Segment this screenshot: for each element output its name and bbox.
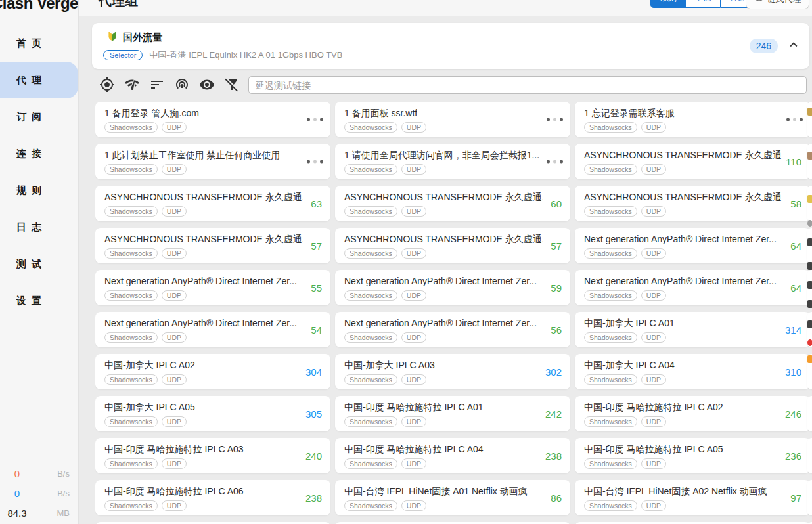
tag-udp: UDP <box>641 416 666 427</box>
proxy-card[interactable]: 中国-印度 马哈拉施特拉 IPLC A05ShadowsocksUDP236 <box>575 438 810 473</box>
clash-verge-app: { "colors": { "accent": "#1976d2", "late… <box>0 0 812 524</box>
page-header: 代理组 规则全局直连 链式代理 <box>79 0 812 16</box>
tag-udp: UDP <box>162 374 187 385</box>
group-toolbar <box>99 77 240 93</box>
proxy-detail-toggle-icon[interactable] <box>199 77 215 93</box>
filter-off-icon[interactable] <box>224 77 240 93</box>
latency-value: 86 <box>551 492 562 504</box>
sidebar-item-connections[interactable]: 连接 <box>0 135 78 172</box>
proxy-card-clipped[interactable] <box>807 144 812 179</box>
latency-value: 60 <box>551 198 562 209</box>
mode-button-global[interactable]: 全局 <box>685 0 720 8</box>
clipped-emoji-icon <box>807 108 812 116</box>
proxy-tags: ShadowsocksUDP <box>344 332 426 343</box>
proxy-card[interactable]: 1 忘记登录需联系客服ShadowsocksUDP <box>575 102 810 137</box>
mode-button-rule[interactable]: 规则 <box>650 0 685 8</box>
proxy-tags: ShadowsocksUDP <box>344 122 426 133</box>
tag-udp: UDP <box>401 458 426 469</box>
latency-value: 58 <box>790 198 801 209</box>
proxy-name: 中国-加拿大 IPLC A01 <box>584 318 675 330</box>
latency-loading-indicator <box>307 160 323 164</box>
chevron-up-icon[interactable] <box>786 37 801 55</box>
proxy-card-clipped[interactable] <box>807 480 812 515</box>
clipped-emoji-icon <box>807 281 812 289</box>
proxy-card[interactable]: 中国-加拿大 IPLC A05ShadowsocksUDP305 <box>95 396 330 431</box>
proxy-card[interactable]: ASYNCHRONOUS TRANSFERMODE 永久虚通...Shadows… <box>95 228 330 263</box>
proxy-tags: ShadowsocksUDP <box>104 248 187 259</box>
stat-value-memory: 84.3 <box>0 508 34 519</box>
proxy-card[interactable]: 1 备用登录 管人痴.comShadowsocksUDP <box>95 102 330 137</box>
proxy-card[interactable]: 中国-印度 马哈拉施特拉 IPLC A02ShadowsocksUDP246 <box>575 396 810 431</box>
proxy-card[interactable]: 中国-印度 马哈拉施特拉 IPLC A06ShadowsocksUDP238 <box>95 480 330 515</box>
stat-row-memory: 84.3MB <box>0 503 78 523</box>
latency-value: 64 <box>790 240 801 251</box>
stat-row-download: 0B/s <box>0 483 78 503</box>
tag-udp: UDP <box>641 248 666 259</box>
clipped-emoji-icon <box>807 320 812 328</box>
sidebar-item-rules[interactable]: 规则 <box>0 172 78 209</box>
proxy-card[interactable]: 中国-印度 马哈拉施特拉 IPLC A04ShadowsocksUDP238 <box>335 438 570 473</box>
proxy-group-card[interactable]: 国外流量 Selector 中国-香港 IEPL Equinix HK2 A 0… <box>92 23 809 69</box>
proxy-card[interactable]: Next generation AnyPath® Direct Internet… <box>95 270 330 305</box>
proxy-card[interactable]: 中国-台湾 IEPL HiNet固接 A01 Netflix 动画疯Shadow… <box>335 480 570 515</box>
delay-test-all-icon[interactable] <box>174 77 190 93</box>
tag-shadowsocks: Shadowsocks <box>104 206 158 217</box>
proxy-name: 中国-加拿大 IPLC A02 <box>104 360 195 372</box>
proxy-card[interactable]: Next generation AnyPath® Direct Internet… <box>335 270 570 305</box>
proxy-card[interactable]: 1 备用面板 ssr.wtfShadowsocksUDP <box>335 102 570 137</box>
sidebar-item-home[interactable]: 首页 <box>0 25 78 62</box>
proxy-name: ASYNCHRONOUS TRANSFERMODE 永久虚通... <box>344 192 543 204</box>
stat-unit-download: B/s <box>34 489 78 498</box>
proxy-card[interactable]: Next generation AnyPath® Direct Internet… <box>95 312 330 347</box>
locate-current-node-icon[interactable] <box>99 77 115 93</box>
delay-test-url-input[interactable] <box>248 76 807 94</box>
tag-shadowsocks: Shadowsocks <box>104 122 158 133</box>
tag-shadowsocks: Shadowsocks <box>344 500 397 511</box>
delay-check-icon[interactable] <box>124 77 140 93</box>
proxy-card[interactable]: ASYNCHRONOUS TRANSFERMODE 永久虚通...Shadows… <box>335 228 570 263</box>
tag-shadowsocks: Shadowsocks <box>584 458 637 469</box>
proxy-tags: ShadowsocksUDP <box>104 458 187 469</box>
sidebar-item-profiles[interactable]: 订阅 <box>0 98 78 135</box>
latency-value: 242 <box>545 408 562 420</box>
proxy-card[interactable]: Next generation AnyPath® Direct Internet… <box>575 228 810 263</box>
sidebar-item-logs[interactable]: 日志 <box>0 209 78 246</box>
tag-udp: UDP <box>401 206 426 217</box>
proxy-card[interactable]: ASYNCHRONOUS TRANSFERMODE 永久虚通...Shadows… <box>335 186 570 221</box>
latency-value: 240 <box>305 450 322 462</box>
proxy-card[interactable]: Next generation AnyPath® Direct Internet… <box>335 312 570 347</box>
proxy-card[interactable]: ASYNCHRONOUS TRANSFERMODE 永久虚通...Shadows… <box>575 144 810 179</box>
sidebar-item-tests[interactable]: 测试 <box>0 246 78 282</box>
proxy-card[interactable]: ASYNCHRONOUS TRANSFERMODE 永久虚通...Shadows… <box>575 186 810 221</box>
sidebar-item-settings[interactable]: 设置 <box>0 282 78 319</box>
proxy-card-clipped[interactable] <box>807 396 812 431</box>
sort-icon[interactable] <box>149 77 165 93</box>
tag-udp: UDP <box>641 500 666 511</box>
proxy-card[interactable]: 1 此计划禁止工作室使用 禁止任何商业使用ShadowsocksUDP <box>95 144 330 179</box>
proxy-card[interactable]: 中国-加拿大 IPLC A01ShadowsocksUDP314 <box>575 312 810 347</box>
sidebar-item-proxies[interactable]: 代理 <box>0 62 78 98</box>
tag-udp: UDP <box>641 458 666 469</box>
proxy-tags: ShadowsocksUDP <box>104 206 187 217</box>
proxy-card[interactable]: 中国-加拿大 IPLC A02ShadowsocksUDP304 <box>95 354 330 389</box>
proxy-card-clipped[interactable] <box>807 186 812 221</box>
proxy-card[interactable]: Next generation AnyPath® Direct Internet… <box>575 270 810 305</box>
proxy-card[interactable]: 中国-印度 马哈拉施特拉 IPLC A01ShadowsocksUDP242 <box>335 396 570 431</box>
proxy-tags: ShadowsocksUDP <box>344 164 426 175</box>
tag-shadowsocks: Shadowsocks <box>344 248 397 259</box>
proxy-card[interactable]: 1 请使用全局代理访问官网，非全局会拦截报1...ShadowsocksUDP <box>335 144 570 179</box>
chain-proxy-label: 链式代理 <box>767 0 801 5</box>
chain-proxy-button[interactable]: 链式代理 <box>746 0 809 9</box>
proxy-card[interactable]: 中国-台湾 IEPL HiNet固接 A02 Netflix 动画疯Shadow… <box>575 480 810 515</box>
group-subtitle-row: Selector 中国-香港 IEPL Equinix HK2 A 01 1Gb… <box>103 49 342 61</box>
proxy-card-clipped[interactable] <box>807 438 812 473</box>
proxy-name: 中国-印度 马哈拉施特拉 IPLC A03 <box>104 444 244 456</box>
proxy-card[interactable]: ASYNCHRONOUS TRANSFERMODE 永久虚通...Shadows… <box>95 186 330 221</box>
tag-shadowsocks: Shadowsocks <box>104 458 158 469</box>
proxy-card[interactable]: 中国-加拿大 IPLC A04ShadowsocksUDP310 <box>575 354 810 389</box>
tag-udp: UDP <box>641 374 666 385</box>
proxy-card[interactable]: 中国-加拿大 IPLC A03ShadowsocksUDP302 <box>335 354 570 389</box>
proxy-card[interactable]: 中国-印度 马哈拉施特拉 IPLC A03ShadowsocksUDP240 <box>95 438 330 473</box>
proxy-name: ASYNCHRONOUS TRANSFERMODE 永久虚通... <box>344 234 543 246</box>
tag-udp: UDP <box>162 332 187 343</box>
